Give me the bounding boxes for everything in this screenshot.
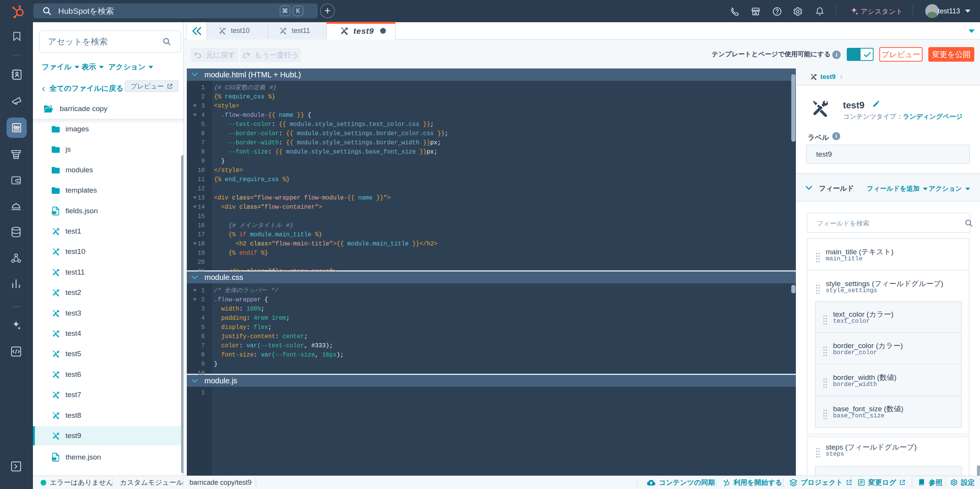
svg-text:{..}: {..}	[51, 211, 57, 214]
svg-text:{..}: {..}	[51, 458, 57, 460]
